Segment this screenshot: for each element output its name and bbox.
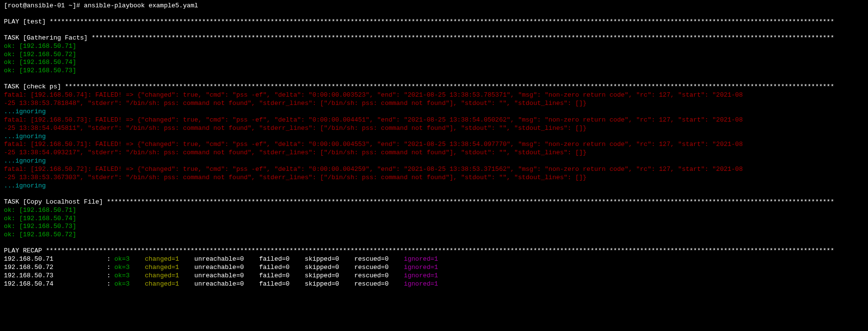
task-ok-line: ok: [192.168.50.74]: [4, 59, 864, 67]
recap-changed: changed=1: [145, 255, 194, 263]
task-fatal-cont: -25 13:38:54.045811", "stderr": "/bin/sh…: [4, 124, 864, 133]
task-fatal-line: -25 13:38:53.367303", "stderr": "/bin/sh…: [4, 174, 587, 181]
recap-row: 192.168.50.74 : ok=3 changed=1 unreachab…: [4, 280, 864, 289]
recap-row: 192.168.50.73 : ok=3 changed=1 unreachab…: [4, 272, 864, 280]
recap-host: 192.168.50.71: [4, 255, 107, 263]
task-gathering-header: TASK [Gathering Facts] *****************…: [4, 34, 864, 42]
recap-ignored: ignored=1: [404, 264, 438, 271]
task-ignoring: ...ignoring: [4, 133, 46, 140]
recap-skipped: skipped=0: [305, 255, 354, 263]
recap-ignored: ignored=1: [404, 272, 438, 279]
play-header-line: PLAY [test] ****************************…: [4, 18, 864, 26]
play-header: PLAY [test] ****************************…: [4, 18, 834, 25]
recap-failed: failed=0: [259, 280, 305, 288]
task-copy-header: TASK [Copy Localhost File] *************…: [4, 198, 864, 207]
recap-failed: failed=0: [259, 272, 305, 279]
task-ok-line: ok: [192.168.50.74]: [4, 215, 864, 223]
recap-unreachable: unreachable=0: [194, 264, 259, 271]
recap-unreachable: unreachable=0: [194, 280, 259, 288]
task-ok-host: ok: [192.168.50.73]: [4, 223, 76, 230]
task-fatal-cont: -25 13:38:53.367303", "stderr": "/bin/sh…: [4, 174, 864, 182]
task-ignoring-line: ...ignoring: [4, 108, 864, 116]
recap-ok: ok=3: [114, 264, 145, 271]
task-ok-line: ok: [192.168.50.73]: [4, 223, 864, 231]
task-ignoring-line: ...ignoring: [4, 182, 864, 190]
task-ignoring: ...ignoring: [4, 108, 46, 115]
task-ok-line: ok: [192.168.50.72]: [4, 231, 864, 239]
recap-rescued: rescued=0: [354, 280, 404, 288]
task-ok-host: ok: [192.168.50.73]: [4, 67, 76, 74]
recap-header: PLAY RECAP *****************************…: [4, 247, 834, 254]
recap-changed: changed=1: [145, 280, 194, 288]
task-fatal-cont: -25 13:38:54.093217", "stderr": "/bin/sh…: [4, 149, 864, 157]
recap-unreachable: unreachable=0: [194, 255, 259, 263]
task-ok-line: ok: [192.168.50.73]: [4, 67, 864, 75]
recap-host: 192.168.50.72: [4, 264, 107, 271]
recap-failed: failed=0: [259, 255, 305, 263]
task-header: TASK [Copy Localhost File] *************…: [4, 198, 834, 206]
recap-ignored: ignored=1: [404, 255, 438, 263]
task-ignoring: ...ignoring: [4, 182, 46, 189]
recap-ok: ok=3: [114, 280, 145, 288]
task-ok-host: ok: [192.168.50.71]: [4, 42, 76, 50]
recap-ok: ok=3: [114, 272, 145, 279]
recap-rescued: rescued=0: [354, 272, 404, 279]
task-ignoring: ...ignoring: [4, 157, 46, 165]
task-fatal-line: -25 13:38:53.781848", "stderr": "/bin/sh…: [4, 100, 587, 107]
task-ok-line: ok: [192.168.50.71]: [4, 42, 864, 51]
shell-prompt: [root@ansible-01 ~]# ansible-playbook ex…: [4, 2, 198, 9]
task-ignoring-line: ...ignoring: [4, 157, 864, 166]
recap-row: 192.168.50.71 : ok=3 changed=1 unreachab…: [4, 255, 864, 264]
task-ok-line: ok: [192.168.50.71]: [4, 207, 864, 215]
task-fatal-line: -25 13:38:54.045811", "stderr": "/bin/sh…: [4, 124, 587, 132]
prompt-line: [root@ansible-01 ~]# ansible-playbook ex…: [4, 2, 864, 10]
task-fatal-line: fatal: [192.168.50.72]: FAILED! => {"cha…: [4, 166, 743, 173]
recap-ignored: ignored=1: [404, 280, 438, 288]
task-checkps-header: TASK [check ps] ************************…: [4, 83, 864, 91]
task-ok-host: ok: [192.168.50.71]: [4, 207, 76, 214]
recap-row: 192.168.50.72 : ok=3 changed=1 unreachab…: [4, 264, 864, 272]
recap-ok: ok=3: [114, 255, 145, 263]
task-fatal-line: fatal: [192.168.50.71]: FAILED! => {"cha…: [4, 141, 743, 148]
recap-host: 192.168.50.73: [4, 272, 107, 279]
recap-header-line: PLAY RECAP *****************************…: [4, 247, 864, 255]
task-fatal: fatal: [192.168.50.71]: FAILED! => {"cha…: [4, 141, 864, 149]
recap-skipped: skipped=0: [305, 272, 354, 279]
recap-rescued: rescued=0: [354, 264, 404, 271]
terminal-output[interactable]: [root@ansible-01 ~]# ansible-playbook ex…: [4, 2, 864, 289]
recap-unreachable: unreachable=0: [194, 272, 259, 279]
task-fatal-line: -25 13:38:54.093217", "stderr": "/bin/sh…: [4, 149, 587, 156]
task-ok-host: ok: [192.168.50.72]: [4, 51, 76, 58]
task-ignoring-line: ...ignoring: [4, 133, 864, 141]
task-fatal-line: fatal: [192.168.50.74]: FAILED! => {"cha…: [4, 91, 743, 99]
task-ok-line: ok: [192.168.50.72]: [4, 51, 864, 59]
recap-host: 192.168.50.74: [4, 280, 107, 288]
task-ok-host: ok: [192.168.50.74]: [4, 215, 76, 222]
task-header: TASK [check ps] ************************…: [4, 83, 834, 90]
task-fatal: fatal: [192.168.50.73]: FAILED! => {"cha…: [4, 116, 864, 124]
task-fatal-line: fatal: [192.168.50.73]: FAILED! => {"cha…: [4, 116, 743, 124]
recap-failed: failed=0: [259, 264, 305, 271]
task-fatal: fatal: [192.168.50.72]: FAILED! => {"cha…: [4, 166, 864, 174]
task-header: TASK [Gathering Facts] *****************…: [4, 34, 834, 41]
task-fatal: fatal: [192.168.50.74]: FAILED! => {"cha…: [4, 91, 864, 100]
recap-changed: changed=1: [145, 272, 194, 279]
task-ok-host: ok: [192.168.50.74]: [4, 59, 76, 66]
recap-skipped: skipped=0: [305, 264, 354, 271]
task-ok-host: ok: [192.168.50.72]: [4, 231, 76, 238]
task-fatal-cont: -25 13:38:53.781848", "stderr": "/bin/sh…: [4, 100, 864, 108]
recap-skipped: skipped=0: [305, 280, 354, 288]
recap-changed: changed=1: [145, 264, 194, 271]
recap-rescued: rescued=0: [354, 255, 404, 263]
